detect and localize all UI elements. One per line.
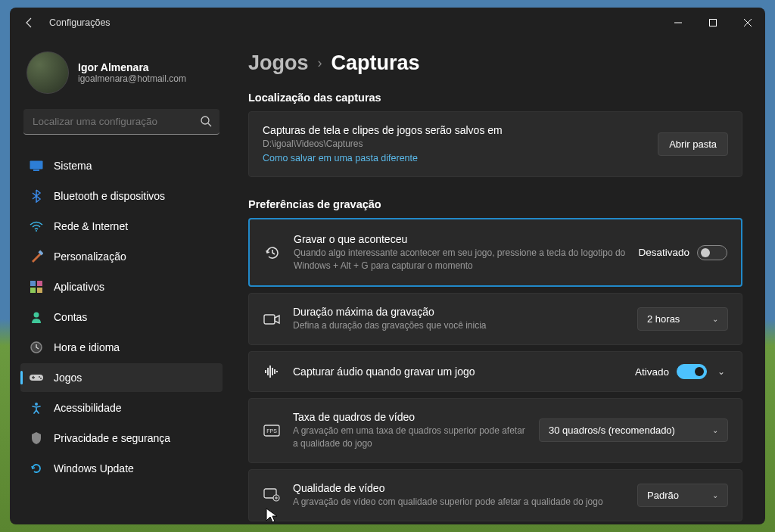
shield-icon — [30, 431, 43, 445]
max-duration-title: Duração máxima da gravação — [293, 306, 625, 318]
page-title: Capturas — [331, 51, 420, 75]
quality-select[interactable]: Padrão ⌄ — [637, 484, 728, 507]
sidebar-item-label: Sistema — [54, 160, 92, 172]
chevron-down-icon: ⌄ — [712, 426, 718, 434]
sidebar-item-label: Rede & Internet — [54, 220, 128, 232]
record-happened-desc: Quando algo interessante acontecer em se… — [294, 247, 626, 272]
svg-rect-25 — [269, 366, 271, 378]
update-icon — [30, 462, 43, 475]
svg-rect-26 — [272, 368, 273, 375]
quality-title: Qualidade de vídeo — [293, 482, 625, 494]
sidebar: Igor Almenara igoalmenara@hotmail.com Si… — [10, 38, 233, 524]
location-help-link[interactable]: Como salvar em uma pasta diferente — [263, 153, 418, 163]
svg-rect-1 — [710, 20, 717, 26]
profile-block[interactable]: Igor Almenara igoalmenara@hotmail.com — [20, 51, 223, 109]
sidebar-item-contas[interactable]: Contas — [20, 303, 223, 331]
sidebar-item-label: Privacidade e segurança — [54, 432, 170, 444]
location-path: D:\igoal\Videos\Captures — [263, 138, 646, 151]
capture-audio-state: Ativado — [635, 366, 669, 378]
sidebar-item-hora[interactable]: Hora e idioma — [20, 333, 223, 362]
sidebar-item-acessibilidade[interactable]: Acessibilidade — [20, 394, 223, 422]
sidebar-item-label: Hora e idioma — [54, 341, 120, 353]
svg-rect-28 — [276, 371, 278, 372]
minimize-button[interactable] — [661, 8, 696, 38]
fps-select[interactable]: 30 quadros/s (recomendado) ⌄ — [539, 418, 728, 442]
fps-title: Taxa de quadros de vídeo — [293, 411, 527, 423]
card-fps: FPS Taxa de quadros de vídeo A gravação … — [248, 398, 742, 463]
breadcrumb-parent[interactable]: Jogos — [248, 51, 309, 75]
history-icon — [263, 244, 282, 261]
capture-audio-toggle[interactable] — [677, 364, 707, 379]
sidebar-item-aplicativos[interactable]: Aplicativos — [20, 272, 223, 301]
sidebar-item-label: Aplicativos — [54, 281, 104, 293]
fps-value: 30 quadros/s (recomendado) — [549, 425, 675, 436]
card-capture-audio: Capturar áudio quando gravar um jogo Ati… — [248, 351, 742, 392]
max-duration-select[interactable]: 2 horas ⌄ — [637, 307, 728, 331]
svg-line-5 — [208, 123, 211, 126]
svg-rect-24 — [267, 368, 269, 375]
audio-icon — [263, 365, 281, 378]
bluetooth-icon — [30, 189, 43, 203]
record-happened-title: Gravar o que aconteceu — [294, 233, 626, 245]
record-happened-toggle[interactable] — [697, 245, 727, 260]
accessibility-icon — [30, 401, 43, 415]
gamepad-icon — [30, 371, 43, 384]
svg-rect-7 — [33, 170, 39, 171]
sidebar-item-personalizacao[interactable]: Personalização — [20, 242, 223, 271]
brush-icon — [30, 250, 43, 263]
sidebar-item-privacidade[interactable]: Privacidade e segurança — [20, 424, 223, 453]
svg-rect-27 — [274, 369, 275, 374]
sidebar-item-label: Acessibilidade — [54, 402, 122, 414]
chevron-down-icon: ⌄ — [712, 491, 718, 499]
open-folder-button[interactable]: Abrir pasta — [658, 132, 728, 156]
svg-rect-20 — [33, 376, 34, 379]
svg-rect-6 — [30, 161, 43, 170]
content-area: Jogos › Capturas Localização das captura… — [233, 38, 765, 524]
quality-value: Padrão — [647, 490, 679, 501]
card-max-duration: Duração máxima da gravação Defina a dura… — [248, 293, 742, 345]
svg-point-18 — [40, 378, 42, 379]
maximize-button[interactable] — [696, 8, 730, 38]
sidebar-item-bluetooth[interactable]: Bluetooth e dispositivos — [20, 182, 223, 210]
settings-window: Configurações Igor Almenara igoalmenara@… — [10, 8, 765, 524]
svg-rect-11 — [37, 281, 42, 286]
svg-point-14 — [34, 313, 39, 318]
fps-desc: A gravação em uma taxa de quadros superi… — [293, 425, 527, 450]
sidebar-item-rede[interactable]: Rede & Internet — [20, 212, 223, 241]
sidebar-item-sistema[interactable]: Sistema — [20, 151, 223, 180]
avatar — [26, 51, 69, 94]
svg-point-8 — [36, 230, 37, 232]
svg-rect-13 — [37, 288, 42, 293]
back-button[interactable] — [20, 14, 39, 32]
search-box — [23, 109, 219, 135]
expand-audio-button[interactable]: ⌄ — [714, 366, 728, 377]
sidebar-item-update[interactable]: Windows Update — [20, 454, 223, 483]
camera-icon — [263, 313, 281, 325]
svg-rect-22 — [264, 315, 275, 324]
search-icon — [200, 115, 212, 130]
svg-rect-12 — [30, 288, 36, 293]
chevron-right-icon: › — [318, 55, 322, 71]
breadcrumb: Jogos › Capturas — [248, 51, 742, 75]
close-button[interactable] — [730, 8, 765, 38]
profile-name: Igor Almenara — [78, 61, 186, 73]
record-happened-state: Desativado — [638, 247, 689, 258]
sidebar-item-jogos[interactable]: Jogos — [20, 363, 223, 392]
max-duration-desc: Defina a duração das gravações que você … — [293, 319, 625, 332]
section-prefs-title: Preferências de gravação — [248, 198, 742, 210]
fps-icon: FPS — [263, 425, 281, 437]
profile-email: igoalmenara@hotmail.com — [78, 73, 186, 84]
search-input[interactable] — [23, 109, 219, 135]
max-duration-value: 2 horas — [647, 313, 680, 325]
sidebar-item-label: Bluetooth e dispositivos — [54, 190, 165, 202]
window-controls — [661, 8, 765, 38]
svg-text:FPS: FPS — [266, 428, 277, 434]
card-quality: Qualidade de vídeo A gravação de vídeo c… — [248, 469, 742, 521]
main-area: Igor Almenara igoalmenara@hotmail.com Si… — [10, 38, 765, 524]
svg-point-4 — [201, 117, 209, 124]
chevron-down-icon: ⌄ — [712, 315, 718, 323]
sidebar-item-label: Contas — [54, 311, 87, 323]
card-capture-location: Capturas de tela e clipes de jogos serão… — [248, 111, 742, 177]
section-location-title: Localização das capturas — [248, 92, 742, 104]
clock-icon — [30, 341, 43, 354]
